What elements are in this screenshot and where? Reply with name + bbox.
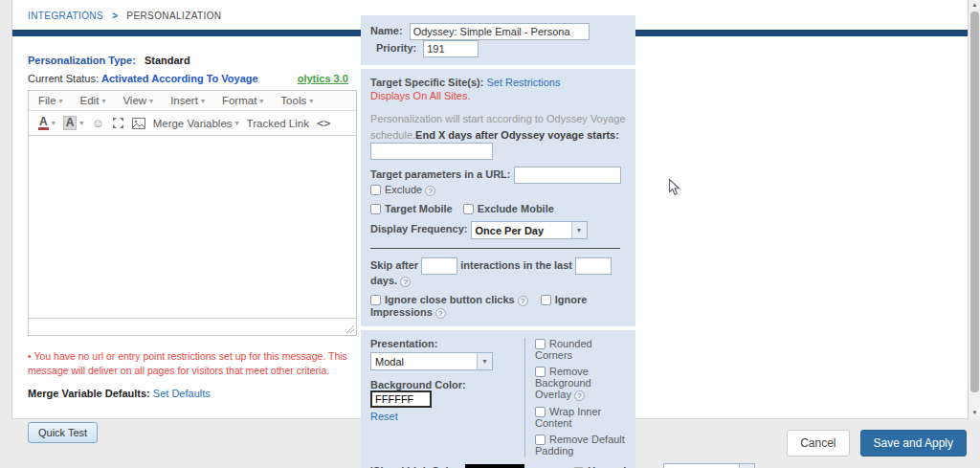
emoticons-icon[interactable]: ☺	[91, 116, 103, 130]
scroll-down-icon[interactable]: ▼	[969, 408, 980, 417]
text-color-icon[interactable]: A	[38, 116, 56, 130]
menu-view[interactable]: View	[122, 95, 153, 106]
target-params-input[interactable]	[514, 167, 621, 184]
quick-test-button[interactable]: Quick Test	[28, 422, 98, 443]
target-mobile-checkbox[interactable]	[370, 204, 381, 214]
days-count-input[interactable]	[575, 257, 612, 275]
exclude-mobile-label: Exclude Mobile	[478, 203, 554, 214]
chevron-down-icon	[201, 97, 205, 105]
end-x-days-label: End X days after Odyssey voyage starts:	[415, 129, 619, 141]
exclude-checkbox[interactable]	[370, 185, 381, 195]
ignore-close-label: Ignore close button clicks	[385, 294, 515, 305]
target-sites-label: Target Specific Site(s):	[370, 77, 483, 88]
help-icon[interactable]	[435, 308, 446, 319]
rounded-corners-row: Rounded Corners	[535, 338, 626, 361]
set-defaults-link[interactable]: Set Defaults	[153, 388, 211, 399]
presentation-select[interactable]: Modal	[370, 352, 493, 370]
close-link-color-row: 'Close' Link Color: Reset | UseImage: Bl…	[370, 463, 626, 468]
merge-variable-defaults-row: Merge Variable Defaults: Set Defaults	[28, 388, 357, 399]
footer-actions: Cancel Save and Apply	[787, 430, 967, 457]
chevron-down-icon	[149, 97, 153, 105]
skip-after-row: Skip after interactions in the last days…	[370, 257, 626, 287]
remove-overlay-checkbox[interactable]	[535, 367, 546, 377]
presentation-label: Presentation:	[370, 338, 517, 349]
background-color-label: Background Color:	[370, 379, 466, 390]
ignore-close-checkbox[interactable]	[370, 295, 381, 305]
remove-padding-row: Remove Default Padding	[535, 434, 626, 457]
personalization-type-row: Personalization Type: Standard	[28, 55, 357, 66]
rich-text-editor: File Edit View Insert Format Tools A A ☺	[28, 90, 357, 336]
background-reset-link[interactable]: Reset	[370, 411, 398, 422]
wrap-inner-checkbox[interactable]	[535, 407, 546, 417]
exclude-label: Exclude	[385, 184, 422, 195]
editor-toolbar: A A ☺ Merge Variables Tracked Link <>	[29, 111, 356, 136]
ignore-impressions-checkbox[interactable]	[541, 295, 551, 305]
menu-edit[interactable]: Edit	[80, 95, 106, 106]
menu-file[interactable]: File	[38, 95, 63, 106]
exclude-mobile-checkbox[interactable]	[463, 204, 474, 214]
set-restrictions-link[interactable]: Set Restrictions	[486, 77, 560, 88]
chevron-down-icon	[101, 97, 105, 105]
resize-grip-icon[interactable]	[345, 324, 355, 334]
background-color-input[interactable]	[370, 390, 432, 408]
image-icon[interactable]	[132, 118, 145, 129]
chevron-down-icon	[79, 119, 83, 127]
cancel-button[interactable]: Cancel	[787, 430, 849, 457]
breadcrumb-integrations[interactable]: INTEGRATIONS	[28, 11, 103, 21]
voyage-starts-input[interactable]	[370, 143, 493, 160]
fullscreen-icon[interactable]	[112, 117, 124, 129]
editor-menubar: File Edit View Insert Format Tools	[29, 91, 356, 111]
current-status-value[interactable]: Activated According To Voyage	[101, 73, 258, 84]
remove-overlay-row: Remove Background Overlay	[535, 366, 626, 401]
days-label: days.	[370, 275, 397, 286]
wrap-inner-row: Wrap Inner Content	[535, 406, 626, 429]
menu-format[interactable]: Format	[222, 95, 263, 106]
display-frequency-label: Display Frequency:	[370, 224, 467, 235]
name-label: Name:	[370, 25, 403, 36]
image-select[interactable]: Black	[663, 463, 755, 468]
close-link-color-input[interactable]	[465, 464, 524, 468]
target-sites-row: Target Specific Site(s): Set Restriction…	[370, 77, 626, 88]
merge-variables-button[interactable]: Merge Variables	[153, 118, 239, 129]
menu-tools[interactable]: Tools	[280, 95, 313, 106]
target-params-row: Target parameters in a URL: Exclude	[370, 167, 626, 196]
editor-content-area[interactable]	[29, 136, 356, 318]
help-icon[interactable]	[400, 277, 411, 287]
chevron-down-icon	[59, 97, 63, 105]
breadcrumb-personalization: PERSONALIZATION	[126, 11, 221, 21]
chevron-down-icon	[571, 222, 587, 238]
remove-padding-checkbox[interactable]	[535, 435, 546, 445]
remove-padding-label: Remove Default Padding	[535, 434, 625, 457]
presentation-section: Presentation: Modal Background Color: Re…	[361, 330, 635, 468]
targeting-section: Target Specific Site(s): Set Restriction…	[361, 69, 635, 326]
editor-statusbar	[29, 318, 356, 335]
name-input[interactable]	[410, 23, 590, 40]
name-priority-section: Name: Priority:	[361, 15, 635, 65]
background-color-icon[interactable]: A	[63, 116, 84, 130]
current-status-row: Current Status: Activated According To V…	[28, 73, 357, 84]
voyage-schedule-row: Personalization will start according to …	[370, 111, 626, 160]
personalization-type-value: Standard	[145, 55, 190, 66]
scrollbar-thumb[interactable]	[970, 11, 979, 392]
personalization-type-label: Personalization Type:	[28, 55, 136, 66]
priority-label: Priority:	[376, 42, 416, 54]
vertical-scrollbar[interactable]: ▲ ▼	[969, 0, 980, 419]
olytics-link[interactable]: olytics 3.0	[298, 73, 348, 84]
help-icon[interactable]	[518, 296, 528, 306]
display-frequency-select[interactable]: Once Per Day	[471, 221, 588, 239]
current-status-label: Current Status:	[28, 73, 99, 84]
display-frequency-row: Display Frequency: Once Per Day	[370, 221, 626, 239]
skip-count-input[interactable]	[421, 257, 457, 275]
tracked-link-button[interactable]: Tracked Link	[247, 118, 309, 129]
rounded-corners-checkbox[interactable]	[535, 339, 546, 349]
chevron-down-icon	[235, 119, 239, 127]
priority-input[interactable]	[423, 40, 479, 57]
code-icon[interactable]: <>	[317, 117, 330, 130]
target-params-label: Target parameters in a URL:	[370, 168, 511, 180]
help-icon[interactable]	[425, 186, 435, 196]
save-and-apply-button[interactable]: Save and Apply	[860, 430, 967, 457]
interactions-label: interactions in the last	[460, 259, 572, 271]
scroll-up-icon[interactable]: ▲	[969, 0, 980, 10]
help-icon[interactable]	[574, 390, 585, 401]
menu-insert[interactable]: Insert	[170, 95, 205, 106]
